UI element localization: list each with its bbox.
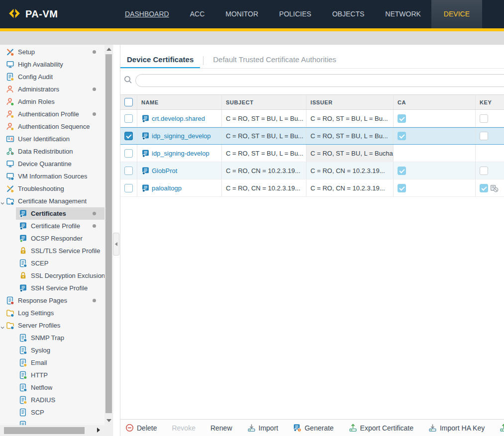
- sidebar-item-scep[interactable]: SCEP: [0, 257, 104, 269]
- ocsp-responder-icon: [19, 234, 27, 243]
- ca-checkbox: [398, 184, 406, 192]
- key-cell: [476, 179, 504, 196]
- sidebar-item-label: Log Settings: [18, 309, 54, 317]
- column-header-key[interactable]: KEY: [476, 95, 504, 109]
- export-button[interactable]: Export: [500, 424, 504, 432]
- sidebar-item-snmp-trap[interactable]: SNMP Trap: [0, 332, 104, 344]
- table-row[interactable]: idp_signing_developC = RO, ST = BU, L = …: [120, 127, 504, 145]
- sidebar-item-certificates[interactable]: Certificates: [0, 207, 104, 220]
- horizontal-scrollbar-thumb[interactable]: [4, 427, 85, 434]
- unsaved-changes-dot: [93, 87, 96, 91]
- sidebar-item-administrators[interactable]: Administrators: [0, 83, 104, 95]
- certificate-name-link[interactable]: idp_signing-develop: [152, 150, 209, 157]
- expand-chevron-icon[interactable]: [0, 199, 4, 203]
- sidebar-item-data-redistribution[interactable]: Data Redistribution: [0, 145, 104, 158]
- search-input[interactable]: [135, 74, 504, 87]
- table-row[interactable]: GlobProtC = RO, CN = 10.2.3.19...C = RO,…: [120, 162, 504, 179]
- revoke-button[interactable]: Revoke: [172, 424, 195, 432]
- vertical-scrollbar-thumb[interactable]: [105, 54, 112, 413]
- export-certificate-button[interactable]: Export Certificate: [349, 424, 413, 432]
- sidebar-item-label: SSL Decryption Exclusion: [31, 272, 104, 279]
- sidebar-item-vm-information-sources[interactable]: VM Information Sources: [0, 170, 104, 182]
- import-ha-key-button[interactable]: Import HA Key: [428, 424, 485, 432]
- key-checkbox: [480, 167, 488, 175]
- column-header-ca[interactable]: CA: [394, 95, 476, 109]
- sidebar-item-device-quarantine[interactable]: Device Quarantine: [0, 158, 104, 170]
- sidebar-item-authentication-profile[interactable]: Authentication Profile: [0, 108, 104, 120]
- row-select-checkbox[interactable]: [124, 167, 133, 175]
- sidebar-item-server-profiles[interactable]: Server Profiles: [0, 319, 104, 332]
- sidebar-item-admin-roles[interactable]: Admin Roles: [0, 95, 104, 108]
- column-header-issuer[interactable]: ISSUER: [306, 95, 394, 109]
- bottom-toolbar: DeleteRevokeRenewImportGenerateExport Ce…: [120, 419, 504, 436]
- sidebar-item-radius[interactable]: RADIUS: [0, 394, 104, 406]
- row-select-checkbox[interactable]: [124, 149, 133, 158]
- nav-item-device[interactable]: DEVICE: [431, 0, 482, 28]
- row-select-checkbox[interactable]: [124, 184, 133, 192]
- sidebar-item-user-identification[interactable]: User Identification: [0, 133, 104, 145]
- issuer-cell: C = RO, CN = 10.2.3.19...: [306, 162, 394, 179]
- nav-item-objects[interactable]: OBJECTS: [322, 0, 375, 28]
- import-button[interactable]: Import: [247, 424, 279, 432]
- expand-chevron-icon[interactable]: [0, 324, 4, 328]
- certificate-name-link[interactable]: GlobProt: [152, 167, 177, 174]
- sidebar-item-netflow[interactable]: Netflow: [0, 381, 104, 394]
- table-row[interactable]: idp_signing-developC = RO, ST = BU, L = …: [120, 145, 504, 162]
- sidebar-item-label: Certificate Profile: [31, 222, 80, 230]
- netflow-icon: [19, 383, 27, 392]
- sidebar-item-ocsp-responder[interactable]: OCSP Responder: [0, 232, 104, 245]
- sidebar-item-syslog[interactable]: Syslog: [0, 344, 104, 356]
- sidebar-item-http[interactable]: HTTP: [0, 369, 104, 381]
- issuer-cell: C = RO, CN = 10.2.3.19...: [306, 179, 394, 196]
- subject-cell: C = RO, ST = BU, L = Bu...: [222, 110, 306, 127]
- delete-button[interactable]: Delete: [125, 424, 157, 432]
- sidebar-item-troubleshooting[interactable]: Troubleshooting: [0, 182, 104, 195]
- tab-device-certificates[interactable]: Device Certificates: [120, 52, 200, 69]
- table-row[interactable]: paloaltogpC = RO, CN = 10.2.3.19...C = R…: [120, 179, 504, 197]
- sidebar-item-scp[interactable]: SCP: [0, 406, 104, 419]
- sidebar-item-log-settings[interactable]: Log Settings: [0, 307, 104, 319]
- sidebar-item-certificate-profile[interactable]: Certificate Profile: [0, 220, 104, 232]
- sidebar-item-ssl-decryption-exclusion[interactable]: SSL Decryption Exclusion: [0, 269, 104, 282]
- tab-separator: [203, 56, 203, 65]
- sidebar-item-setup[interactable]: Setup: [0, 46, 104, 58]
- pa-vm-logo-icon: [8, 7, 21, 22]
- sidebar-collapse-handle[interactable]: [113, 233, 119, 256]
- scroll-down-arrow-icon[interactable]: [106, 419, 111, 422]
- nav-item-dashboard[interactable]: DASHBOARD: [114, 0, 180, 28]
- sub-header-band: [0, 31, 504, 45]
- select-all-checkbox[interactable]: [124, 98, 133, 106]
- sidebar-item-high-availability[interactable]: High Availability: [0, 58, 104, 71]
- key-checkbox: [480, 184, 488, 192]
- sidebar-item-ssh-service-profile[interactable]: SSH Service Profile: [0, 282, 104, 294]
- nav-item-policies[interactable]: POLICIES: [269, 0, 322, 28]
- export-icon: [500, 424, 504, 432]
- scroll-right-arrow-icon[interactable]: [97, 428, 100, 433]
- main-panel: Device CertificatesDefault Trusted Certi…: [120, 45, 504, 436]
- certificates-table: NAME SUBJECT ISSUER CA KEY crt.develop.s…: [120, 94, 504, 197]
- sidebar-horizontal-scrollbar[interactable]: [0, 425, 113, 436]
- row-select-checkbox[interactable]: [124, 132, 133, 140]
- troubleshooting-icon: [6, 184, 14, 193]
- certificate-name-link[interactable]: paloaltogp: [152, 184, 182, 192]
- nav-item-network[interactable]: NETWORK: [375, 0, 431, 28]
- sidebar-item-response-pages[interactable]: Response Pages: [0, 294, 104, 307]
- sidebar-item-authentication-sequence[interactable]: Authentication Sequence: [0, 120, 104, 133]
- sidebar-item-config-audit[interactable]: Config Audit: [0, 71, 104, 83]
- certificate-name-link[interactable]: idp_signing_develop: [152, 132, 211, 140]
- nav-item-monitor[interactable]: MONITOR: [215, 0, 269, 28]
- column-header-subject[interactable]: SUBJECT: [222, 95, 306, 109]
- tab-default-trusted-certificate-authorities[interactable]: Default Trusted Certificate Authorities: [206, 52, 343, 69]
- renew-button[interactable]: Renew: [210, 424, 232, 432]
- sidebar-vertical-scrollbar[interactable]: [104, 45, 113, 425]
- row-select-checkbox[interactable]: [124, 114, 133, 123]
- scroll-up-arrow-icon[interactable]: [106, 48, 111, 51]
- column-header-name[interactable]: NAME: [137, 95, 222, 109]
- sidebar-item-certificate-management[interactable]: Certificate Management: [0, 195, 104, 207]
- nav-item-acc[interactable]: ACC: [180, 0, 215, 28]
- certificate-name-link[interactable]: crt.develop.shared: [152, 115, 205, 122]
- sidebar-item-email[interactable]: Email: [0, 356, 104, 369]
- generate-button[interactable]: Generate: [293, 424, 333, 432]
- sidebar-item-ssl-tls-service-profile[interactable]: SSL/TLS Service Profile: [0, 245, 104, 257]
- table-row[interactable]: crt.develop.sharedC = RO, ST = BU, L = B…: [120, 110, 504, 127]
